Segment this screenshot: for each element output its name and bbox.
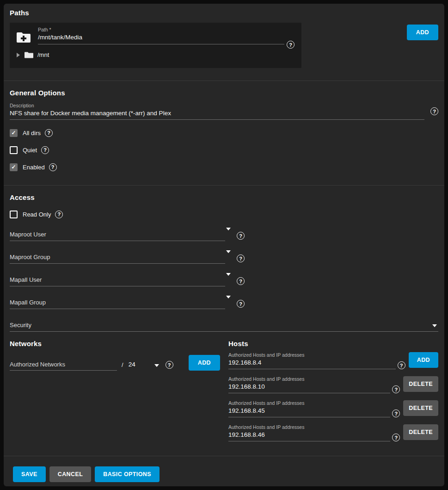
chevron-down-icon <box>226 296 231 298</box>
authorized-host-label: Authorized Hosts and IP addresses <box>228 424 390 430</box>
mapall-group-label: Mapall Group <box>10 299 46 306</box>
authorized-host-label: Authorized Hosts and IP addresses <box>228 352 396 358</box>
help-icon[interactable] <box>41 146 49 154</box>
authorized-host-input[interactable]: Authorized Hosts and IP addresses 192.16… <box>228 352 396 369</box>
hosts-add-button[interactable]: ADD <box>409 352 438 368</box>
basic-options-button[interactable]: BASIC OPTIONS <box>95 466 160 482</box>
authorized-host-input[interactable]: Authorized Hosts and IP addresses 192.16… <box>228 376 390 393</box>
chevron-down-icon <box>226 273 231 276</box>
path-input[interactable]: Path * /mnt/tank/Media <box>38 27 284 44</box>
help-icon[interactable] <box>237 232 245 240</box>
help-icon[interactable] <box>49 163 57 171</box>
share-form-card: Paths ADD Path * /mnt/tank/Media <box>4 4 444 486</box>
maproot-group-label: Maproot Group <box>10 254 50 261</box>
authorized-host-value: 192.168.8.10 <box>228 383 390 390</box>
help-icon[interactable] <box>287 41 295 49</box>
hosts-section-title: Hosts <box>228 340 438 347</box>
help-icon[interactable] <box>237 277 245 285</box>
general-options-title: General Options <box>10 89 438 97</box>
authorized-host-input[interactable]: Authorized Hosts and IP addresses 192.16… <box>228 400 390 417</box>
all-dirs-checkbox[interactable] <box>10 129 18 137</box>
chevron-down-icon[interactable] <box>154 364 159 367</box>
help-icon[interactable] <box>392 434 400 441</box>
networks-add-button[interactable]: ADD <box>189 355 220 371</box>
tree-node-label: /mnt <box>37 51 49 58</box>
chevron-down-icon <box>226 250 231 253</box>
path-explorer-panel: Path * /mnt/tank/Media /mnt <box>10 23 301 68</box>
quiet-label: Quiet <box>23 147 37 154</box>
chevron-right-icon[interactable] <box>17 53 20 57</box>
authorized-host-value: 192.168.8.46 <box>228 431 390 438</box>
description-value: NFS share for Docker media management (*… <box>10 110 424 117</box>
maproot-group-select[interactable]: Maproot Group <box>10 248 225 264</box>
authorized-host-input[interactable]: Authorized Hosts and IP addresses 192.16… <box>228 424 390 441</box>
host-delete-button[interactable]: DELETE <box>403 376 438 392</box>
enabled-checkbox[interactable] <box>10 163 18 171</box>
help-icon[interactable] <box>237 300 245 308</box>
cancel-button[interactable]: CANCEL <box>49 466 91 482</box>
folder-icon <box>25 51 33 58</box>
chevron-down-icon <box>432 324 437 327</box>
authorized-host-label: Authorized Hosts and IP addresses <box>228 400 390 406</box>
access-section-title: Access <box>10 193 438 201</box>
mapall-user-select[interactable]: Mapall User <box>10 271 225 286</box>
authorized-host-value: 192.168.8.45 <box>228 407 390 414</box>
help-icon[interactable] <box>430 107 438 115</box>
help-icon[interactable] <box>237 254 245 262</box>
help-icon[interactable] <box>392 409 400 417</box>
mapall-group-select[interactable]: Mapall Group <box>10 293 225 309</box>
host-delete-button[interactable]: DELETE <box>403 424 438 440</box>
quiet-checkbox[interactable] <box>10 146 18 154</box>
help-icon[interactable] <box>166 361 173 369</box>
netmask-divider: / <box>122 361 123 368</box>
folder-plus-icon <box>17 31 31 43</box>
netmask-value[interactable]: 24 <box>129 361 135 368</box>
authorized-host-value: 192.168.8.4 <box>228 359 396 366</box>
help-icon[interactable] <box>45 129 53 137</box>
authorized-networks-label: Authorized Networks <box>10 361 65 368</box>
save-button[interactable]: SAVE <box>13 466 46 482</box>
chevron-down-icon <box>226 228 231 230</box>
networks-column: Networks Authorized Networks / 24 ADD <box>10 340 228 441</box>
host-delete-button[interactable]: DELETE <box>403 400 438 416</box>
description-input[interactable]: Description NFS share for Docker media m… <box>10 103 424 120</box>
section-divider <box>4 185 444 186</box>
authorized-host-label: Authorized Hosts and IP addresses <box>228 376 390 382</box>
help-icon[interactable] <box>392 385 400 393</box>
description-label: Description <box>10 103 424 108</box>
path-input-label: Path * <box>38 27 284 32</box>
help-icon[interactable] <box>398 361 405 369</box>
hosts-column: Hosts Authorized Hosts and IP addresses … <box>228 340 438 441</box>
path-input-value: /mnt/tank/Media <box>38 34 284 41</box>
networks-section-title: Networks <box>10 340 220 347</box>
maproot-user-select[interactable]: Maproot User <box>10 225 225 241</box>
tree-node-mnt[interactable]: /mnt <box>17 51 295 58</box>
read-only-checkbox[interactable] <box>10 211 18 218</box>
all-dirs-label: All dirs <box>23 130 41 136</box>
help-icon[interactable] <box>55 211 63 218</box>
maproot-user-label: Maproot User <box>10 231 46 238</box>
security-select[interactable]: Security <box>10 316 438 332</box>
security-label: Security <box>10 322 31 329</box>
paths-section-title: Paths <box>10 9 438 17</box>
authorized-networks-input[interactable]: Authorized Networks <box>10 355 117 371</box>
paths-add-button[interactable]: ADD <box>407 25 438 40</box>
section-divider <box>4 81 444 81</box>
mapall-user-label: Mapall User <box>10 276 42 283</box>
footer-divider <box>4 456 444 456</box>
read-only-label: Read Only <box>23 211 51 218</box>
enabled-label: Enabled <box>23 164 45 171</box>
